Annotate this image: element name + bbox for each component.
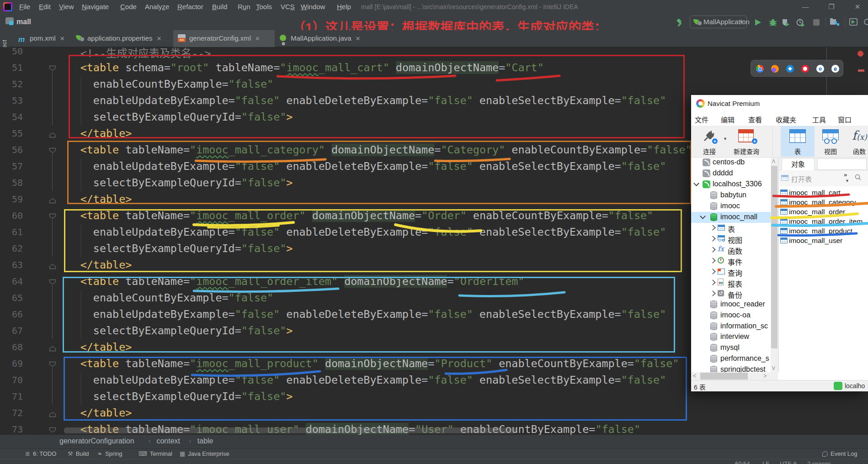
scroll-left-icon[interactable]: ᐸ bbox=[693, 374, 696, 379]
tree-item-centos-db[interactable]: centos-db bbox=[691, 158, 771, 168]
fold-start-icon[interactable] bbox=[49, 147, 56, 153]
menu-edit[interactable]: Edit bbox=[39, 0, 51, 13]
tab-close-icon[interactable]: ✕ bbox=[157, 35, 162, 42]
tree-item-事件[interactable]: 事件 bbox=[691, 255, 771, 266]
fold-end-icon[interactable] bbox=[49, 345, 56, 351]
breadcrumb-context[interactable]: context bbox=[156, 437, 180, 445]
object-row-imooc_mall_cart[interactable]: imooc_mall_cart bbox=[779, 188, 868, 198]
tree-item-报表[interactable]: 报表 bbox=[691, 277, 771, 288]
line-separator[interactable]: LF bbox=[762, 460, 769, 464]
tree-item-视图[interactable]: 视图 bbox=[691, 233, 771, 244]
tree-item-imooc-oa[interactable]: imooc-oa bbox=[691, 310, 771, 321]
object-row-imooc_mall_order_item[interactable]: imooc_mall_order_item bbox=[779, 217, 868, 227]
tree-item-springjdbctest[interactable]: springjdbctest bbox=[691, 364, 771, 372]
object-row-imooc_mall_product[interactable]: imooc_mall_product bbox=[779, 227, 868, 236]
scroll-down-icon[interactable]: ᐯ bbox=[772, 366, 775, 371]
status-event-log[interactable]: Event Log bbox=[822, 450, 857, 457]
tree-item-mysql[interactable]: mysql bbox=[691, 343, 771, 353]
run-button[interactable] bbox=[754, 19, 761, 26]
tab-application-properties[interactable]: application.properties✕ bbox=[71, 30, 173, 47]
navicat-tool-连接[interactable]: 连接 bbox=[694, 147, 725, 156]
fold-start-icon[interactable] bbox=[49, 361, 56, 367]
tab-close-icon[interactable]: ✕ bbox=[356, 35, 361, 42]
menu-window[interactable]: Window bbox=[301, 0, 325, 13]
fold-end-icon[interactable] bbox=[49, 263, 56, 269]
status-terminal[interactable]: ⌨Terminal bbox=[138, 450, 172, 457]
tree-item-查询[interactable]: 查询 bbox=[691, 266, 771, 277]
breadcrumb-table[interactable]: table bbox=[197, 437, 213, 445]
menu-refactor[interactable]: Refactor bbox=[177, 0, 203, 13]
scroll-up-icon[interactable]: ᐱ bbox=[772, 159, 775, 164]
menu-run[interactable]: Run bbox=[238, 0, 250, 13]
tree-item-imooc[interactable]: imooc bbox=[691, 201, 771, 212]
browser-firefox-icon[interactable] bbox=[771, 65, 779, 73]
tree-item-localhost_3306[interactable]: localhost_3306 bbox=[691, 179, 771, 190]
menu-navigate[interactable]: Navigate bbox=[82, 0, 109, 13]
file-encoding[interactable]: UTF-8 bbox=[780, 460, 797, 464]
menu-analyze[interactable]: Analyze bbox=[145, 0, 169, 13]
build-hammer-icon[interactable] bbox=[676, 19, 684, 27]
editor-hscrollbar[interactable] bbox=[64, 427, 517, 433]
object-row-imooc_mall_order[interactable]: imooc_mall_order bbox=[779, 207, 868, 217]
scroll-right-icon[interactable]: ᐳ bbox=[763, 374, 767, 379]
status-build[interactable]: ⚒Build bbox=[68, 450, 89, 457]
tab-close-icon[interactable]: ✕ bbox=[255, 35, 260, 42]
object-filter-box[interactable] bbox=[817, 158, 867, 170]
navicat-menu-收藏夹[interactable]: 收藏夹 bbox=[776, 115, 796, 124]
tree-item-备份[interactable]: ↺备份 bbox=[691, 288, 771, 299]
maximize-button[interactable]: ❐ bbox=[827, 3, 836, 11]
tab-MallApplication-java[interactable]: ⚙MallApplication.java✕ bbox=[275, 30, 379, 47]
coverage-button[interactable] bbox=[782, 18, 790, 26]
breadcrumb-generatorConfiguration[interactable]: generatorConfiguration bbox=[59, 437, 134, 445]
browser-edge-icon[interactable]: e bbox=[831, 65, 839, 73]
tree-item-performance_s[interactable]: performance_s bbox=[691, 353, 771, 364]
fold-start-icon[interactable] bbox=[49, 65, 56, 71]
navicat-menu-文件[interactable]: 文件 bbox=[695, 115, 708, 124]
hscroll-thumb[interactable] bbox=[700, 373, 748, 380]
fold-end-icon[interactable] bbox=[49, 411, 56, 417]
scrollbar-thumb[interactable] bbox=[771, 166, 777, 348]
debug-button[interactable] bbox=[769, 18, 777, 26]
status-6-todo[interactable]: ≣6: TODO bbox=[25, 450, 56, 457]
close-button[interactable]: ✕ bbox=[853, 3, 862, 11]
menu-vcs[interactable]: VCS bbox=[281, 0, 295, 13]
profiler-button[interactable] bbox=[796, 18, 805, 27]
tab-objects[interactable]: 对象 bbox=[782, 158, 815, 170]
tree-item-表[interactable]: 表 bbox=[691, 222, 771, 233]
open-table-button[interactable]: 打开表 bbox=[791, 174, 812, 184]
browser-safari-icon[interactable] bbox=[786, 65, 794, 73]
tree-item-imooc_mall[interactable]: imooc_mall bbox=[691, 212, 771, 223]
caret-position[interactable]: 60:54 bbox=[735, 460, 750, 464]
menu-build[interactable]: Build bbox=[212, 0, 227, 13]
tree-item-information_sc[interactable]: information_sc bbox=[691, 321, 771, 332]
tab-pom-xml[interactable]: mpom.xml✕ bbox=[14, 30, 71, 47]
menu-view[interactable]: View bbox=[59, 0, 74, 13]
tab-generatorConfig-xml[interactable]: <>generatorConfig.xml✕ bbox=[173, 30, 275, 47]
expand-icon[interactable] bbox=[693, 180, 699, 186]
stop-button[interactable] bbox=[813, 19, 820, 26]
tree-item-interview[interactable]: interview bbox=[691, 332, 771, 343]
fold-start-icon[interactable] bbox=[49, 213, 56, 219]
run-anything-icon[interactable] bbox=[849, 18, 857, 26]
status-java-enterprise[interactable]: ▦Java Enterprise bbox=[180, 450, 229, 457]
collapse-icon[interactable] bbox=[710, 279, 716, 285]
tree-item-ddddd[interactable]: ddddd bbox=[691, 168, 771, 179]
collapse-icon[interactable] bbox=[710, 258, 716, 264]
tree-item-imooc_reader[interactable]: imooc_reader bbox=[691, 299, 771, 310]
fold-start-icon[interactable] bbox=[49, 279, 56, 285]
status-spring[interactable]: ❧Spring bbox=[97, 450, 122, 457]
tab-close-icon[interactable]: ✕ bbox=[60, 35, 65, 42]
browser-ie-icon[interactable]: e bbox=[816, 65, 824, 73]
collapse-icon[interactable] bbox=[710, 236, 716, 242]
indent-info[interactable]: 2 spaces bbox=[807, 460, 831, 464]
collapse-icon[interactable] bbox=[710, 290, 716, 296]
tree-item-babytun[interactable]: babytun bbox=[691, 190, 771, 201]
fold-start-icon[interactable] bbox=[49, 427, 56, 432]
navicat-tool-新建查询[interactable]: 新建查询 bbox=[731, 147, 762, 156]
collapse-icon[interactable] bbox=[710, 225, 716, 231]
open-project-icon[interactable] bbox=[830, 18, 839, 26]
object-row-imooc_mall_user[interactable]: imooc_mall_user bbox=[779, 236, 868, 246]
collapse-icon[interactable] bbox=[710, 269, 716, 274]
navicat-tree-scrollbar[interactable]: ᐱᐯ bbox=[771, 158, 778, 372]
collapse-icon[interactable] bbox=[710, 247, 716, 253]
